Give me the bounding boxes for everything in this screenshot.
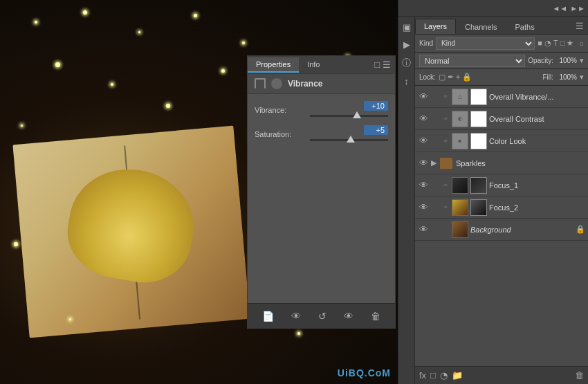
- arrange-icon[interactable]: ↕: [404, 73, 409, 89]
- sparkle: [221, 69, 225, 73]
- layer-row-sparkles[interactable]: 👁 ▶ Sparkles: [415, 152, 588, 174]
- vibrance-label: Vibrance:: [255, 106, 310, 114]
- layer-row-contrast[interactable]: 👁 ⚭ ◐ Overall Contrast: [415, 108, 588, 130]
- layer-thumb-vibrance: △: [452, 89, 468, 105]
- sparkle: [83, 10, 87, 15]
- filter-shape-icon[interactable]: □: [560, 39, 565, 48]
- tab-paths[interactable]: Paths: [506, 19, 544, 34]
- chain-icon3: ⚭: [441, 137, 450, 145]
- eye-icon-sparkles[interactable]: 👁: [418, 158, 429, 168]
- layer-thumb-contrast: ◐: [452, 111, 468, 127]
- vibrance-slider-thumb[interactable]: [353, 111, 361, 118]
- fill-arrow[interactable]: ▾: [580, 73, 584, 82]
- properties-title: Vibrance: [288, 79, 322, 89]
- folder-expand-icon[interactable]: ▶: [431, 158, 437, 167]
- layer-row-colorlook[interactable]: 👁 ⚭ ■ Color Look: [415, 130, 588, 152]
- sparkle: [14, 242, 18, 246]
- lock-bar: Lock: ▢ ✒ ⌖ 🔒 Fill: 100% ▾: [415, 69, 588, 86]
- saturation-value[interactable]: +5: [364, 125, 388, 135]
- chain-icon: ⚭: [441, 93, 450, 100]
- adjustment-add-icon[interactable]: ◔: [440, 370, 448, 381]
- mask-add-icon[interactable]: □: [430, 370, 436, 381]
- lock-position-icon[interactable]: ⌖: [456, 73, 460, 82]
- restore-icon[interactable]: ↺: [318, 311, 327, 322]
- vibrance-value[interactable]: +10: [364, 101, 388, 111]
- right-panel: ◄◄ ►► ▣ ▶ ⓘ ↕ Layers Channels Paths ☰: [398, 0, 588, 384]
- lock-label: Lock:: [419, 73, 436, 81]
- opacity-label: Opacity:: [528, 57, 553, 64]
- delete-layer-icon[interactable]: 🗑: [575, 370, 584, 381]
- opacity-value[interactable]: 100%: [556, 57, 577, 64]
- fill-value[interactable]: 100%: [556, 73, 577, 81]
- eye-icon-focus1[interactable]: 👁: [418, 180, 429, 190]
- saturation-label: Saturation:: [255, 130, 310, 138]
- layer-thumb-background: [452, 221, 468, 238]
- lock-paint-icon[interactable]: ✒: [448, 73, 454, 82]
- blend-mode-select[interactable]: Normal: [419, 55, 525, 67]
- collapse-left-icon[interactable]: ◄◄: [552, 4, 567, 12]
- layer-name-background: Background: [470, 226, 573, 234]
- properties-footer: 📄 👁 ↺ 👁 🗑: [248, 303, 395, 328]
- sparkle: [55, 62, 60, 67]
- vibrance-circle-icon: [271, 78, 282, 89]
- filter-type-icon[interactable]: T: [553, 39, 558, 48]
- saturation-row: Saturation: +5: [255, 127, 388, 141]
- layer-name-contrast: Overall Contrast: [489, 115, 585, 123]
- sparkle: [111, 83, 113, 86]
- layer-row-focus2[interactable]: 👁 ⚭ Focus_2: [415, 196, 588, 219]
- layer-row-background[interactable]: 👁 Background 🔒: [415, 219, 588, 241]
- sidebar-icons: ▣ ▶ ⓘ ↕: [398, 17, 415, 384]
- layer-row-focus1[interactable]: 👁 ⚭ Focus_1: [415, 174, 588, 196]
- visibility-icon[interactable]: 👁: [344, 311, 353, 322]
- eye-toggle-icon[interactable]: 👁: [291, 311, 301, 322]
- tab-layers[interactable]: Layers: [415, 19, 456, 34]
- lock-all-icon[interactable]: 🔒: [462, 73, 472, 82]
- saturation-slider-track[interactable]: [310, 139, 388, 141]
- tab-properties[interactable]: Properties: [248, 57, 299, 73]
- layers-sidebar-icon[interactable]: ▣: [403, 19, 411, 35]
- layers-menu-icon[interactable]: ☰: [571, 18, 588, 34]
- background-lock-icon[interactable]: 🔒: [576, 225, 585, 234]
- delete-icon[interactable]: 🗑: [371, 311, 380, 322]
- sparkle: [138, 31, 140, 33]
- layer-mask-vibrance: [470, 89, 487, 105]
- filter-select[interactable]: Kind: [436, 37, 535, 50]
- eye-icon-contrast[interactable]: 👁: [418, 113, 429, 124]
- layer-row-vibrance[interactable]: 👁 ⚭ △ Overall Vibrance/...: [415, 86, 588, 108]
- filter-adj-icon[interactable]: ◔: [544, 39, 551, 48]
- eye-icon-background[interactable]: 👁: [418, 224, 429, 235]
- tab-channels[interactable]: Channels: [456, 19, 506, 34]
- info-icon[interactable]: ⓘ: [402, 54, 411, 72]
- layer-name-focus2: Focus_2: [489, 203, 585, 212]
- properties-tabs: Properties Info □ ☰: [248, 56, 395, 74]
- layers-tabs: Layers Channels Paths ☰: [415, 17, 588, 35]
- layer-mask-contrast: [470, 111, 487, 127]
- vibrance-slider-track[interactable]: [310, 115, 388, 117]
- layers-list: 👁 ⚭ △ Overall Vibrance/...: [415, 86, 588, 366]
- eye-icon-focus2[interactable]: 👁: [418, 202, 429, 212]
- canvas-area: Properties Info □ ☰ Vibrance Vibrance: +…: [0, 0, 398, 384]
- play-icon[interactable]: ▶: [403, 37, 410, 53]
- saturation-slider-thumb[interactable]: [347, 136, 355, 143]
- expand-icon[interactable]: □: [374, 60, 380, 70]
- filter-smart-icon[interactable]: ★: [567, 39, 573, 48]
- chain-icon4: ⚭: [441, 181, 450, 189]
- properties-header: Vibrance: [248, 74, 395, 94]
- filter-toggle-icon[interactable]: ○: [579, 39, 584, 48]
- tab-info[interactable]: Info: [299, 57, 328, 73]
- filter-pixel-icon[interactable]: ■: [538, 39, 542, 48]
- add-layer-icon[interactable]: 📄: [262, 311, 274, 322]
- menu-icon[interactable]: ☰: [383, 60, 391, 70]
- sparkle: [21, 125, 23, 127]
- eye-icon-vibrance[interactable]: 👁: [418, 91, 429, 102]
- lock-transparent-icon[interactable]: ▢: [439, 73, 445, 82]
- lock-icons: ▢ ✒ ⌖ 🔒: [439, 73, 472, 82]
- layer-name-focus1: Focus_1: [489, 181, 585, 190]
- opacity-arrow[interactable]: ▾: [580, 56, 584, 65]
- group-add-icon[interactable]: 📁: [452, 370, 463, 381]
- expand-right-icon[interactable]: ►►: [570, 4, 585, 12]
- vibrance-slider-container: +10: [310, 102, 388, 117]
- eye-icon-colorlook[interactable]: 👁: [418, 136, 429, 146]
- right-main: ▣ ▶ ⓘ ↕ Layers Channels Paths ☰ Kind: [398, 17, 588, 384]
- fx-icon[interactable]: fx: [419, 370, 426, 381]
